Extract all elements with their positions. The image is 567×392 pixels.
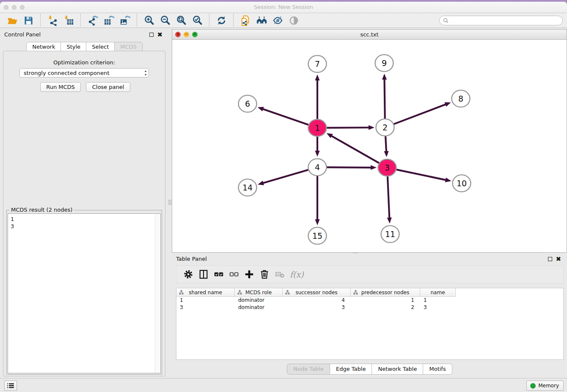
table-row[interactable]: 1dominator411 bbox=[176, 297, 563, 304]
export-network-icon[interactable] bbox=[86, 14, 99, 26]
tab-select[interactable]: Select bbox=[86, 42, 115, 52]
node-label: 11 bbox=[385, 229, 395, 239]
edge-arrowhead bbox=[387, 218, 392, 224]
memory-button[interactable]: Memory bbox=[526, 381, 564, 391]
delete-column-icon[interactable] bbox=[272, 268, 287, 281]
duplicate-network-icon[interactable] bbox=[239, 14, 252, 26]
mcds-tab-content: Optimization criterion: strongly connect… bbox=[3, 51, 165, 376]
export-table-icon[interactable] bbox=[102, 14, 115, 26]
home-icon[interactable] bbox=[255, 14, 268, 26]
control-panel-tabs: NetworkStyleSelectMCDS bbox=[0, 42, 168, 52]
table-cell[interactable]: dominator bbox=[235, 297, 283, 304]
edge-4-14[interactable] bbox=[262, 170, 309, 183]
network-window-titlebar[interactable]: x − + scc.txt bbox=[172, 30, 567, 40]
add-row-icon[interactable] bbox=[242, 268, 257, 281]
edge-3-10[interactable] bbox=[396, 169, 447, 180]
toolbar-separator bbox=[137, 14, 137, 27]
edge-1-2[interactable] bbox=[326, 127, 370, 128]
save-session-icon[interactable] bbox=[22, 14, 35, 26]
edge-2-9[interactable] bbox=[384, 78, 385, 119]
main-toolbar bbox=[0, 13, 567, 28]
result-line: 3 bbox=[11, 223, 160, 230]
tab-mcds[interactable]: MCDS bbox=[114, 42, 143, 52]
table-cell[interactable]: 3 bbox=[420, 304, 456, 311]
tab-network[interactable]: Network bbox=[26, 42, 61, 52]
zoom-selected-icon[interactable] bbox=[191, 14, 204, 26]
node-label: 14 bbox=[242, 183, 253, 192]
table-settings-icon[interactable] bbox=[181, 268, 196, 281]
mcds-result-textarea[interactable]: 13 bbox=[8, 213, 161, 373]
table-cell[interactable]: 4 bbox=[283, 297, 351, 304]
node-table[interactable]: shared nameMCDS rolesuccessor nodesprede… bbox=[176, 288, 564, 360]
criterion-select[interactable]: strongly connected component ▴▾ bbox=[19, 68, 149, 77]
network-view-title: scc.txt bbox=[172, 31, 567, 38]
zoom-in-icon[interactable] bbox=[143, 14, 155, 26]
select-all-columns-icon[interactable] bbox=[211, 268, 226, 281]
run-mcds-button[interactable]: Run MCDS bbox=[40, 82, 81, 92]
refresh-layout-icon[interactable] bbox=[215, 14, 228, 26]
hide-network-icon[interactable] bbox=[271, 14, 284, 26]
edge-arrowhead bbox=[315, 219, 319, 225]
export-image-icon[interactable] bbox=[118, 14, 131, 26]
zoom-fit-icon[interactable] bbox=[175, 14, 187, 26]
result-scrollbar[interactable] bbox=[155, 214, 160, 373]
tab-edge-table[interactable]: Edge Table bbox=[330, 364, 372, 375]
table-cell[interactable]: 1 bbox=[351, 297, 420, 304]
deselect-all-columns-icon[interactable] bbox=[226, 268, 242, 281]
search-input[interactable] bbox=[449, 18, 562, 24]
result-line: 1 bbox=[11, 215, 160, 223]
vertical-splitter-handle[interactable] bbox=[168, 200, 171, 205]
column-header-shared-name[interactable]: shared name bbox=[176, 288, 235, 297]
edge-3-1[interactable] bbox=[330, 135, 380, 163]
import-network-icon[interactable] bbox=[46, 14, 59, 26]
table-cell[interactable]: dominator bbox=[235, 304, 283, 311]
split-columns-icon[interactable] bbox=[196, 268, 211, 281]
tab-style[interactable]: Style bbox=[61, 42, 86, 52]
close-panel-icon[interactable]: ✖ bbox=[556, 256, 561, 262]
table-cell[interactable]: 3 bbox=[283, 304, 351, 311]
close-panel-icon[interactable]: ✖ bbox=[157, 32, 162, 38]
table-cell[interactable]: 1 bbox=[176, 297, 235, 304]
tab-network-table[interactable]: Network Table bbox=[372, 364, 423, 375]
table-cell[interactable]: 2 bbox=[351, 304, 420, 311]
table-cell[interactable]: 3 bbox=[176, 304, 235, 311]
edge-4-3[interactable] bbox=[326, 167, 372, 168]
function-builder-icon[interactable]: f(x) bbox=[290, 270, 304, 279]
node-label: 7 bbox=[315, 59, 320, 69]
table-cell[interactable]: 1 bbox=[420, 297, 456, 304]
search-field[interactable] bbox=[439, 16, 563, 25]
edge-3-11[interactable] bbox=[388, 176, 390, 219]
edge-2-3[interactable] bbox=[385, 136, 386, 152]
memory-label: Memory bbox=[538, 383, 559, 389]
edge-arrowhead bbox=[371, 165, 377, 170]
edge-1-6[interactable] bbox=[262, 109, 309, 125]
edge-arrowhead bbox=[384, 151, 388, 157]
float-panel-icon[interactable] bbox=[548, 257, 552, 261]
column-header-predecessor-nodes[interactable]: predecessor nodes bbox=[351, 288, 420, 297]
toolbar-separator bbox=[40, 14, 41, 27]
tab-node-table[interactable]: Node Table bbox=[287, 364, 330, 375]
node-label: 1 bbox=[315, 123, 320, 133]
tab-motifs[interactable]: Motifs bbox=[423, 364, 452, 375]
column-header-name[interactable]: name bbox=[420, 288, 456, 297]
toggle-view-icon[interactable] bbox=[287, 14, 300, 26]
close-panel-button[interactable]: Close panel bbox=[86, 82, 130, 92]
toolbar-separator bbox=[233, 14, 234, 27]
table-panel: Table Panel ✖ bbox=[172, 254, 567, 378]
table-toolbar: f(x) bbox=[176, 265, 564, 283]
node-label: 4 bbox=[315, 163, 320, 172]
open-file-icon[interactable] bbox=[6, 14, 19, 26]
delete-row-icon[interactable] bbox=[257, 268, 272, 281]
import-table-icon[interactable] bbox=[62, 14, 75, 26]
float-panel-icon[interactable] bbox=[149, 33, 154, 37]
toolbar-separator bbox=[80, 14, 81, 27]
column-header-MCDS-role[interactable]: MCDS role bbox=[235, 288, 283, 297]
column-header-successor-nodes[interactable]: successor nodes bbox=[283, 288, 351, 297]
table-row[interactable]: 3dominator323 bbox=[176, 304, 563, 311]
task-history-button[interactable] bbox=[4, 381, 17, 391]
zoom-out-icon[interactable] bbox=[159, 14, 171, 26]
edge-2-8[interactable] bbox=[393, 104, 447, 124]
node-label: 10 bbox=[457, 179, 467, 188]
network-graph-canvas[interactable]: 7968124314101511 bbox=[172, 40, 567, 252]
node-label: 15 bbox=[312, 231, 322, 240]
